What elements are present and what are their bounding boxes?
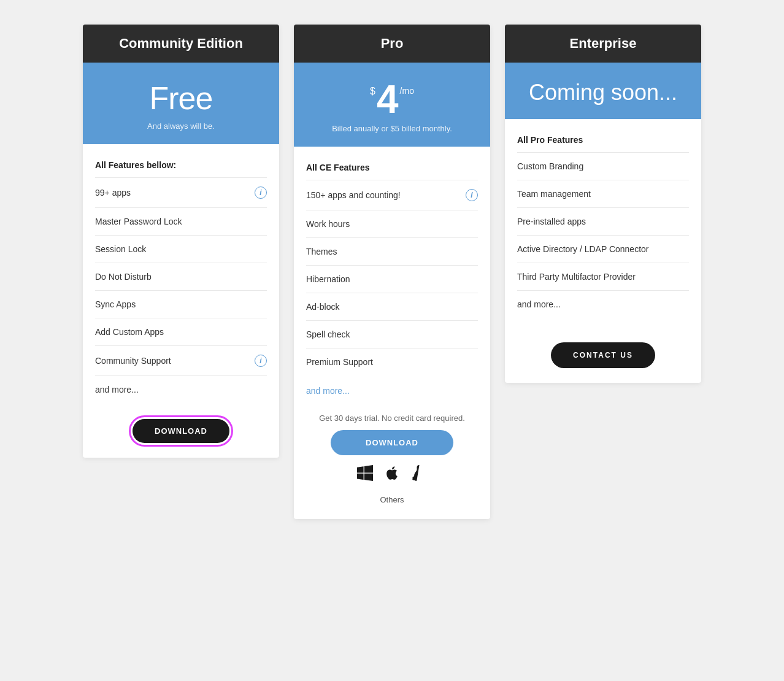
windows-icon xyxy=(357,465,373,485)
community-title: Community Edition xyxy=(95,36,267,52)
list-item: Custom Branding xyxy=(517,153,689,180)
community-edition-card: Community Edition Free And always will b… xyxy=(83,25,279,458)
community-features-list: All Features bellow: 99+ apps i Master P… xyxy=(83,144,279,409)
pro-price-subtitle: Billed anually or $5 billed monthly. xyxy=(306,124,478,133)
enterprise-title: Enterprise xyxy=(517,36,689,52)
pro-trial-text: Get 30 days trial. No credit card requir… xyxy=(319,414,465,423)
enterprise-coming-soon: Coming soon... xyxy=(517,80,689,106)
feature-text: Third Party Multifactor Provider xyxy=(517,272,636,282)
pro-features-footer: and more... xyxy=(294,385,490,404)
list-item: Active Directory / LDAP Connector xyxy=(517,236,689,263)
feature-text: Hibernation xyxy=(306,274,350,284)
feature-text: Spell check xyxy=(306,329,350,339)
list-item: Work hours xyxy=(306,210,478,238)
apple-icon xyxy=(384,465,400,485)
feature-text: 99+ apps xyxy=(95,188,131,198)
feature-text: Work hours xyxy=(306,219,350,229)
list-item: Session Lock xyxy=(95,236,267,263)
list-item: Third Party Multifactor Provider xyxy=(517,263,689,291)
enterprise-card-footer: CONTACT US xyxy=(505,328,701,383)
pro-title: Pro xyxy=(306,36,478,52)
list-item: Ad-block xyxy=(306,293,478,321)
feature-text: Session Lock xyxy=(95,244,146,254)
community-features-header: All Features bellow: xyxy=(95,154,267,178)
list-item: Team management xyxy=(517,180,689,208)
community-price-band: Free And always will be. xyxy=(83,63,279,144)
feature-text: Community Support xyxy=(95,356,171,366)
community-card-header: Community Edition xyxy=(83,25,279,63)
list-item: Community Support i xyxy=(95,346,267,376)
os-icons xyxy=(357,465,427,485)
pro-price-per-mo: /mo xyxy=(400,86,414,96)
pro-features-header: All CE Features xyxy=(306,156,478,180)
pro-features-list: All CE Features 150+ apps and counting! … xyxy=(294,147,490,385)
feature-text: Custom Branding xyxy=(517,161,583,171)
list-item: Master Password Lock xyxy=(95,208,267,236)
enterprise-price-band: Coming soon... xyxy=(505,63,701,119)
feature-text: Premium Support xyxy=(306,357,373,367)
feature-text: Master Password Lock xyxy=(95,217,182,226)
list-item: Add Custom Apps xyxy=(95,318,267,346)
feature-text: Team management xyxy=(517,189,591,199)
community-and-more: and more... xyxy=(95,376,267,399)
feature-text: and more... xyxy=(517,299,561,309)
list-item: Do Not Disturb xyxy=(95,263,267,291)
feature-text: Ad-block xyxy=(306,302,339,312)
list-item: 150+ apps and counting! i xyxy=(306,180,478,210)
pro-price-amount: $ 4 /mo xyxy=(306,80,478,119)
list-item: 99+ apps i xyxy=(95,178,267,208)
community-card-footer: DOWNLOAD xyxy=(83,409,279,458)
contact-us-button[interactable]: CONTACT US xyxy=(551,342,655,368)
feature-text: Sync Apps xyxy=(95,299,136,309)
list-item: Premium Support xyxy=(306,348,478,375)
community-download-button[interactable]: DOWNLOAD xyxy=(133,419,229,443)
info-icon[interactable]: i xyxy=(255,187,267,199)
pro-price-number: 4 xyxy=(377,80,399,119)
enterprise-features-header: All Pro Features xyxy=(517,129,689,153)
list-item: Themes xyxy=(306,238,478,266)
enterprise-card-header: Enterprise xyxy=(505,25,701,63)
others-label: Others xyxy=(380,495,404,504)
list-item: Spell check xyxy=(306,321,478,348)
pro-card: Pro $ 4 /mo Billed anually or $5 billed … xyxy=(294,25,490,519)
feature-text: Active Directory / LDAP Connector xyxy=(517,244,649,254)
pro-card-header: Pro xyxy=(294,25,490,63)
pricing-container: Community Edition Free And always will b… xyxy=(55,25,729,519)
community-price-subtitle: And always will be. xyxy=(95,121,267,131)
pro-download-button[interactable]: DOWNLOAD xyxy=(331,430,453,455)
pro-and-more-link[interactable]: and more... xyxy=(306,386,350,396)
feature-text: Do Not Disturb xyxy=(95,272,152,282)
community-price-label: Free xyxy=(95,80,267,117)
list-item: Pre-installed apps xyxy=(517,208,689,236)
pro-price-band: $ 4 /mo Billed anually or $5 billed mont… xyxy=(294,63,490,147)
info-icon[interactable]: i xyxy=(255,355,267,367)
list-item: Hibernation xyxy=(306,266,478,293)
feature-text: Themes xyxy=(306,247,337,256)
feature-text: Add Custom Apps xyxy=(95,327,164,337)
list-item: and more... xyxy=(517,291,689,318)
enterprise-features-list: All Pro Features Custom Branding Team ma… xyxy=(505,119,701,328)
enterprise-card: Enterprise Coming soon... All Pro Featur… xyxy=(505,25,701,383)
feature-text: Pre-installed apps xyxy=(517,217,586,226)
pro-card-footer: Get 30 days trial. No credit card requir… xyxy=(294,404,490,519)
info-icon[interactable]: i xyxy=(466,189,478,201)
feature-text: 150+ apps and counting! xyxy=(306,190,401,200)
pro-price-dollar: $ xyxy=(370,86,375,97)
linux-icon xyxy=(411,465,427,485)
list-item: Sync Apps xyxy=(95,291,267,318)
